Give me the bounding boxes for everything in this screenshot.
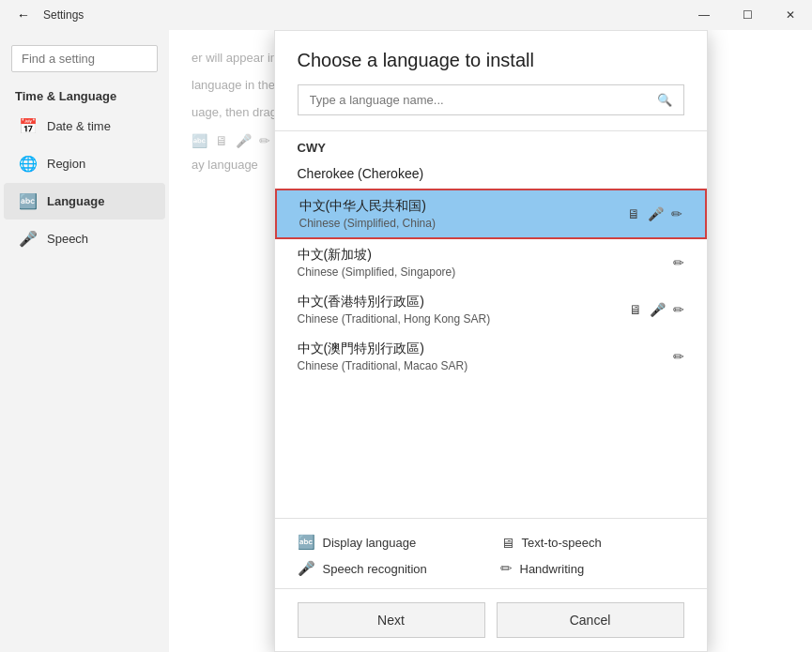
sidebar-item-language[interactable]: 🔤 Language (4, 183, 165, 220)
main-layout: Time & Language 📅 Date & time 🌐 Region 🔤… (0, 30, 812, 652)
dialog-title: Choose a language to install (275, 31, 707, 84)
dialog-overlay: Choose a language to install 🔍 CWY Chero… (169, 30, 812, 652)
find-setting-input[interactable] (11, 45, 158, 72)
zh-cn-info: 中文(中华人民共和国) Chinese (Simplified, China) (299, 198, 436, 230)
speech-recog-label: Speech recognition (323, 562, 427, 576)
choose-language-dialog: Choose a language to install 🔍 CWY Chero… (274, 30, 708, 652)
tts-icon: 🖥 (500, 535, 514, 551)
option-speech-recognition[interactable]: 🎤 Speech recognition (298, 560, 482, 577)
zh-mo-native-name: 中文(澳門特別行政區) (298, 341, 468, 357)
zh-cn-icons: 🖥 🎤 ✏ (627, 206, 682, 221)
region-icon: 🌐 (19, 155, 38, 173)
zh-cn-english-name: Chinese (Simplified, China) (299, 217, 436, 230)
close-button[interactable]: ✕ (769, 0, 812, 30)
zh-cn-speech-icon: 🎤 (648, 206, 664, 221)
zh-sg-english-name: Chinese (Simplified, Singapore) (298, 265, 456, 279)
display-lang-icon: 🔤 (298, 534, 315, 551)
zh-cn-native-name: 中文(中华人民共和国) (299, 198, 436, 215)
speech-recog-icon: 🎤 (298, 560, 315, 577)
sidebar-item-date-time[interactable]: 📅 Date & time (4, 108, 165, 144)
sidebar-item-label-date-time: Date & time (47, 119, 111, 133)
zh-hk-icons: 🖥 🎤 ✏ (629, 302, 684, 317)
zh-sg-info: 中文(新加坡) Chinese (Simplified, Singapore) (298, 247, 456, 279)
language-icon: 🔤 (19, 192, 38, 210)
zh-hk-english-name: Chinese (Traditional, Hong Kong SAR) (298, 312, 491, 326)
tts-label: Text-to-speech (522, 536, 602, 550)
minimize-button[interactable]: — (682, 0, 726, 30)
option-tts[interactable]: 🖥 Text-to-speech (500, 534, 684, 551)
zh-mo-handwriting-icon: ✏ (673, 349, 684, 364)
titlebar-left: ← Settings (11, 8, 84, 23)
lang-item-zh-hk[interactable]: 中文(香港特別行政區) Chinese (Traditional, Hong K… (275, 286, 707, 333)
sidebar-item-speech[interactable]: 🎤 Speech (4, 220, 165, 257)
sidebar-item-label-region: Region (47, 157, 85, 171)
zh-sg-native-name: 中文(新加坡) (298, 247, 456, 264)
zh-hk-display-icon: 🖥 (629, 302, 642, 317)
display-lang-label: Display language (323, 536, 417, 550)
zh-hk-info: 中文(香港特別行政區) Chinese (Traditional, Hong K… (298, 294, 491, 326)
search-icon: 🔍 (657, 93, 672, 107)
zh-hk-speech-icon: 🎤 (650, 302, 666, 317)
zh-cn-handwriting-icon: ✏ (671, 206, 682, 221)
option-handwriting[interactable]: ✏ Handwriting (500, 560, 684, 577)
zh-mo-icons: ✏ (673, 349, 684, 364)
back-icon[interactable]: ← (11, 8, 36, 23)
lang-item-zh-mo[interactable]: 中文(澳門特別行政區) Chinese (Traditional, Macao … (275, 333, 707, 380)
language-search-input[interactable] (310, 93, 650, 107)
handwriting-icon: ✏ (500, 560, 513, 577)
lang-item-zh-cn[interactable]: 中文(中华人民共和国) Chinese (Simplified, China) … (275, 189, 707, 239)
zh-sg-handwriting-icon: ✏ (673, 255, 684, 270)
zh-cn-display-icon: 🖥 (627, 206, 640, 221)
next-button[interactable]: Next (298, 602, 485, 638)
lang-item-zh-sg[interactable]: 中文(新加坡) Chinese (Simplified, Singapore) … (275, 239, 707, 286)
cancel-button[interactable]: Cancel (497, 602, 684, 638)
titlebar-controls: — ☐ ✕ (682, 0, 812, 30)
maximize-button[interactable]: ☐ (726, 0, 769, 30)
zh-hk-handwriting-icon: ✏ (673, 302, 684, 317)
sidebar-section-label: Time & Language (0, 80, 169, 107)
zh-sg-icons: ✏ (673, 255, 684, 270)
zh-mo-info: 中文(澳門特別行政區) Chinese (Traditional, Macao … (298, 341, 468, 372)
lang-item-cherokee[interactable]: Cherokee (Cherokee) (275, 159, 707, 189)
sidebar-item-label-speech: Speech (47, 232, 88, 246)
zh-hk-native-name: 中文(香港特別行政區) (298, 294, 491, 311)
options-grid: 🔤 Display language 🖥 Text-to-speech 🎤 Sp… (298, 534, 684, 577)
date-time-icon: 📅 (19, 117, 38, 135)
titlebar: ← Settings — ☐ ✕ (0, 0, 812, 30)
cherokee-native-name: Cherokee (Cherokee) (298, 166, 424, 181)
zh-mo-english-name: Chinese (Traditional, Macao SAR) (298, 359, 468, 372)
lang-section-cwy: CWY (275, 131, 707, 159)
option-display-language[interactable]: 🔤 Display language (298, 534, 482, 551)
options-section: 🔤 Display language 🖥 Text-to-speech 🎤 Sp… (275, 518, 707, 588)
speech-icon: 🎤 (19, 230, 38, 248)
sidebar: Time & Language 📅 Date & time 🌐 Region 🔤… (0, 30, 169, 652)
dialog-footer: Next Cancel (275, 588, 707, 651)
sidebar-item-region[interactable]: 🌐 Region (4, 145, 165, 182)
titlebar-title: Settings (43, 8, 84, 22)
dialog-search-box: 🔍 (298, 84, 684, 115)
handwriting-label: Handwriting (520, 562, 585, 576)
language-list: CWY Cherokee (Cherokee) 中文(中华人民共和国) Chin… (275, 130, 707, 518)
lang-item-cherokee-info: Cherokee (Cherokee) (298, 166, 424, 181)
content-area: er will appear in this language in the l… (169, 30, 812, 652)
sidebar-item-label-language: Language (47, 194, 104, 208)
